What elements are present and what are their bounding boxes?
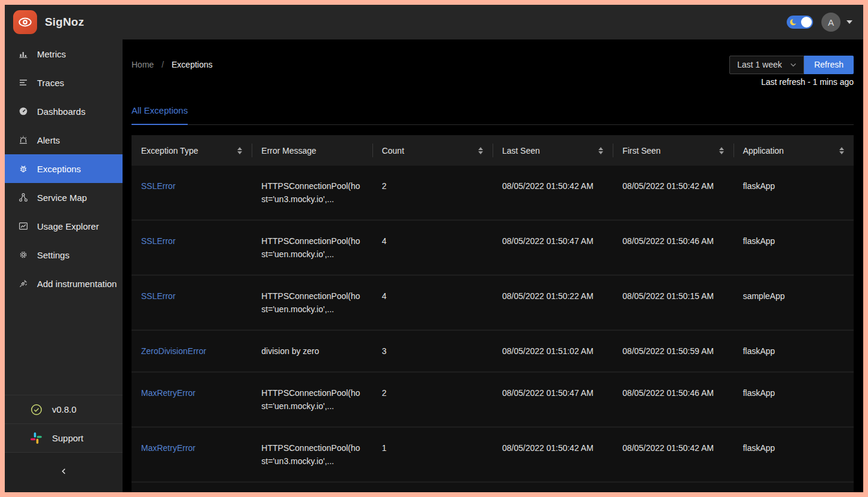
version-item[interactable]: v0.8.0 — [5, 395, 123, 423]
exception-type-link[interactable]: MaxRetryError — [132, 428, 252, 481]
time-range-select[interactable]: Last 1 week — [729, 56, 804, 74]
time-controls: Last 1 week Refresh — [729, 56, 854, 74]
sidebar-item-add-instrumentation[interactable]: Add instrumentation — [5, 269, 123, 298]
column-label: First Seen — [622, 146, 661, 155]
exception-type-link[interactable]: SSLError — [132, 166, 252, 219]
avatar-initial: A — [828, 17, 834, 28]
column-label: Count — [382, 146, 404, 155]
brand: SigNoz — [13, 10, 84, 34]
table-row[interactable]: SSLError HTTPSConnectionPool(host='uen.m… — [132, 276, 854, 331]
topbar-right: A — [787, 13, 852, 32]
sidebar-item-label: Alerts — [37, 135, 60, 145]
breadcrumb-separator: / — [161, 60, 164, 69]
sidebar-item-label: Settings — [37, 250, 69, 260]
error-message-cell: HTTPSConnectionPool(host='uen.mocky.io',… — [252, 373, 372, 426]
application-cell: flaskApp — [733, 428, 854, 481]
first-seen-cell: 08/05/2022 01:50:15 AM — [613, 276, 733, 330]
count-cell: 3 — [372, 331, 493, 371]
sort-carets-icon[interactable] — [478, 147, 483, 154]
exception-type-link[interactable]: ZeroDivisionError — [132, 331, 252, 371]
table-column-header[interactable]: Exception Type — [132, 135, 252, 166]
line-chart-icon — [18, 221, 28, 231]
tab-all-exceptions[interactable]: All Exceptions — [132, 105, 188, 125]
application-cell: flaskApp — [733, 221, 854, 275]
count-cell: 4 — [372, 221, 493, 275]
signoz-logo-icon — [13, 10, 37, 34]
avatar[interactable]: A — [821, 13, 841, 32]
exception-type-link[interactable]: SSLError — [132, 221, 252, 275]
sidebar-item-settings[interactable]: Settings — [5, 240, 123, 269]
chevron-down-icon[interactable] — [846, 20, 852, 24]
table-column-header[interactable]: Application — [733, 135, 854, 166]
first-seen-cell: 08/05/2022 01:50:59 AM — [613, 331, 733, 371]
application-cell: flaskApp — [733, 373, 854, 426]
table-column-header[interactable]: Last Seen — [493, 135, 613, 166]
last-seen-cell: 08/05/2022 01:50:47 AM — [493, 373, 613, 426]
sidebar-item-usage-explorer[interactable]: Usage Explorer — [5, 212, 123, 240]
table-row[interactable]: SSLError HTTPSConnectionPool(host='uen.m… — [132, 221, 854, 276]
chevron-left-icon — [59, 466, 69, 478]
sidebar-item-dashboards[interactable]: Dashboards — [5, 97, 123, 126]
sidebar-item-traces[interactable]: Traces — [5, 68, 123, 97]
check-circle-icon — [30, 403, 42, 416]
table-row[interactable]: SSLError HTTPSConnectionPool(host='un3.m… — [132, 166, 854, 221]
support-item[interactable]: Support — [5, 423, 123, 452]
main-content: Home / Exceptions Last 1 week Refresh La… — [123, 39, 863, 492]
exception-type-link[interactable]: SSLError — [132, 276, 252, 330]
sidebar-item-label: Dashboards — [37, 106, 85, 117]
count-cell: 2 — [372, 166, 493, 219]
align-left-icon — [18, 78, 28, 88]
bar-chart-icon — [18, 49, 28, 59]
breadcrumb-home-link[interactable]: Home — [132, 60, 154, 69]
application-cell: flaskApp — [733, 331, 854, 371]
sort-carets-icon[interactable] — [237, 147, 242, 154]
breadcrumb-current: Exceptions — [172, 60, 212, 69]
table-row[interactable]: MaxRetryError HTTPSConnectionPool(host='… — [132, 428, 854, 483]
count-cell: 2 — [372, 373, 493, 426]
table-column-header[interactable]: First Seen — [613, 135, 733, 166]
sidebar-item-service-map[interactable]: Service Map — [5, 183, 123, 212]
table-row[interactable]: MaxRetryError HTTPSConnectionPool(host='… — [132, 373, 854, 428]
first-seen-cell: 08/05/2022 01:50:42 AM — [613, 428, 733, 481]
error-message-cell: HTTPSConnectionPool(host='uen.mocky.io',… — [252, 221, 372, 275]
sidebar-footer: v0.8.0 Support — [5, 395, 123, 492]
column-label: Error Message — [261, 146, 316, 155]
api-plug-icon — [18, 279, 28, 289]
table-column-header[interactable]: Count — [372, 135, 493, 166]
sidebar-nav: Metrics Traces Dashboard — [5, 39, 123, 298]
last-seen-cell: 08/05/2022 01:50:42 AM — [493, 428, 613, 481]
last-seen-cell: 08/05/2022 01:50:22 AM — [493, 276, 613, 330]
sidebar-item-exceptions[interactable]: Exceptions — [5, 154, 123, 183]
sidebar-item-label: Exceptions — [37, 164, 81, 174]
sidebar-collapse-button[interactable] — [5, 452, 123, 492]
table-row[interactable]: ZeroDivisionError division by zero 3 08/… — [132, 331, 854, 373]
sort-carets-icon[interactable] — [839, 147, 844, 154]
sort-carets-icon[interactable] — [598, 147, 603, 154]
sidebar-item-alerts[interactable]: Alerts — [5, 126, 123, 154]
chevron-down-icon — [790, 63, 796, 67]
first-seen-cell: 08/05/2022 01:50:46 AM — [613, 221, 733, 275]
table-column-header[interactable]: Error Message — [252, 135, 372, 166]
exceptions-table: Exception Type Error Message Cou — [132, 135, 854, 492]
tabbar: All Exceptions — [132, 105, 854, 125]
refresh-button[interactable]: Refresh — [804, 56, 854, 74]
error-message-cell: HTTPSConnectionPool(host='un3.mocky.io',… — [252, 428, 372, 481]
table-row-partial — [132, 483, 854, 492]
exception-type-link[interactable]: MaxRetryError — [132, 373, 252, 426]
toggle-knob — [801, 17, 812, 28]
last-refresh-text: Last refresh - 1 mins ago — [132, 77, 854, 89]
theme-toggle[interactable] — [787, 16, 813, 29]
count-cell: 1 — [372, 428, 493, 481]
sidebar-item-metrics[interactable]: Metrics — [5, 39, 123, 68]
first-seen-cell: 08/05/2022 01:50:42 AM — [613, 166, 733, 219]
count-cell: 4 — [372, 276, 493, 330]
support-label: Support — [52, 433, 84, 443]
error-message-cell: HTTPSConnectionPool(host='uen.mocky.io',… — [252, 276, 372, 330]
sidebar-item-label: Service Map — [37, 193, 87, 203]
alert-siren-icon — [18, 135, 28, 145]
time-range-value: Last 1 week — [737, 60, 782, 69]
error-message-cell: division by zero — [252, 331, 372, 371]
sort-carets-icon[interactable] — [719, 147, 724, 154]
version-label: v0.8.0 — [52, 404, 77, 414]
sidebar-item-label: Traces — [37, 78, 64, 88]
